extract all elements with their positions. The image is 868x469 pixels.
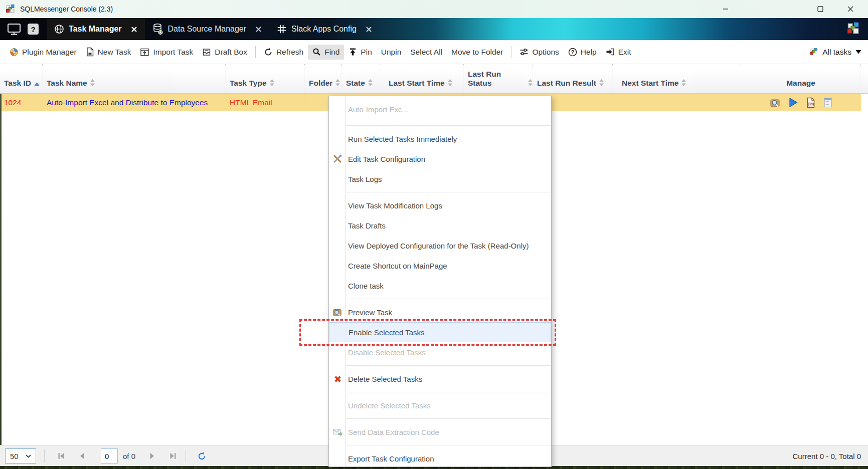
refresh-grid-button[interactable]	[197, 451, 207, 461]
toolbar-label: Help	[581, 48, 597, 57]
last-page-button[interactable]	[168, 451, 178, 460]
toolbar-label: Pin	[361, 48, 372, 57]
menu-item-preview-task[interactable]: Preview Task	[329, 302, 551, 322]
sort-both-icon	[599, 79, 604, 86]
send-mail-icon	[331, 426, 343, 438]
toolbar-label: Unpin	[381, 48, 402, 57]
menu-separator	[345, 445, 551, 445]
import-task-icon	[140, 48, 149, 57]
cell-task-name-link[interactable]: Auto-Import Excel and Distribute to Empl…	[43, 94, 226, 111]
tab-task-manager[interactable]: Task Manager	[47, 18, 145, 40]
column-header-task-id[interactable]: Task ID	[0, 64, 43, 93]
header-filler	[861, 64, 868, 93]
monitor-icon[interactable]	[7, 23, 21, 36]
table-header: Task ID Task Name Task Type Folder State	[0, 64, 868, 94]
menu-separator	[345, 418, 551, 419]
select-all-button[interactable]: Select All	[406, 45, 447, 60]
close-button[interactable]	[839, 0, 862, 18]
tab-slack-apps-config[interactable]: Slack Apps Config	[269, 18, 380, 40]
menu-item-clone-task[interactable]: Clone task	[329, 276, 551, 296]
magnifier-icon	[312, 48, 321, 56]
options-button[interactable]: Options	[515, 45, 563, 60]
sort-both-icon	[448, 79, 452, 86]
exit-button[interactable]: Exit	[601, 45, 636, 60]
page-number-input[interactable]	[101, 448, 118, 463]
cell-task-id: 1024	[0, 94, 43, 111]
context-menu-title: Auto-Import Exc...	[329, 96, 551, 122]
statusbar-separator	[186, 449, 186, 462]
refresh-button[interactable]: Refresh	[259, 45, 308, 60]
column-header-task-name[interactable]: Task Name	[43, 64, 226, 93]
task-details-icon[interactable]	[823, 97, 833, 108]
prev-page-button[interactable]	[78, 451, 87, 460]
next-page-button[interactable]	[147, 451, 156, 460]
close-tab-icon[interactable]	[131, 26, 137, 33]
sort-both-icon	[368, 79, 373, 86]
statusbar-separator	[44, 449, 45, 462]
maximize-button[interactable]	[809, 0, 832, 18]
menu-item-delete-selected-tasks[interactable]: Delete Selected Tasks	[329, 369, 551, 389]
column-header-folder[interactable]: Folder	[305, 64, 342, 93]
minimize-button[interactable]	[714, 0, 737, 18]
menu-item-task-logs[interactable]: Task Logs	[329, 169, 551, 189]
toolbar-label: Select All	[410, 48, 442, 57]
menu-item-run-selected-tasks[interactable]: Run Selected Tasks Immediately	[329, 129, 551, 149]
page-size-select[interactable]: 50	[5, 448, 36, 463]
new-task-button[interactable]: New Task	[81, 44, 136, 60]
sort-asc-icon	[34, 82, 40, 86]
import-task-button[interactable]: Import Task	[135, 45, 198, 60]
preview-task-icon[interactable]	[770, 97, 781, 108]
menu-item-view-deployed-configuration[interactable]: View Deployed Configuration for the Task…	[329, 236, 551, 256]
toolbar: Plugin Manager New Task Imp	[0, 40, 868, 64]
draft-box-button[interactable]: Draft Box	[198, 45, 252, 60]
plugin-icon	[10, 48, 19, 57]
menu-item-create-shortcut[interactable]: Create Shortcut on MainPage	[329, 256, 551, 276]
column-header-last-start-time[interactable]: Last Start Time	[380, 64, 464, 93]
menu-item-enable-selected-tasks[interactable]: Enable Selected Tasks	[329, 322, 551, 342]
close-tab-icon[interactable]	[255, 26, 262, 33]
column-header-last-run-result[interactable]: Last Run Result	[533, 64, 613, 93]
menu-separator	[345, 392, 551, 392]
sort-both-icon	[335, 79, 340, 86]
column-header-next-start-time[interactable]: Next Start Time	[613, 64, 741, 93]
help-button[interactable]: ? Help	[564, 45, 601, 60]
toolbar-label: New Task	[98, 48, 131, 57]
new-task-icon	[86, 47, 94, 57]
help-icon[interactable]: ?	[28, 24, 39, 35]
close-tab-icon[interactable]	[366, 26, 372, 33]
context-menu: Auto-Import Exc... Run Selected Tasks Im…	[328, 96, 552, 467]
column-header-state[interactable]: State	[342, 64, 380, 93]
pin-button[interactable]: Pin	[344, 45, 376, 60]
column-header-last-run-status[interactable]: Last Run Status	[464, 64, 533, 93]
column-header-task-type[interactable]: Task Type	[226, 64, 305, 93]
run-task-icon[interactable]	[788, 97, 798, 108]
toolbar-label: Plugin Manager	[22, 48, 77, 57]
help-circle-icon: ?	[568, 48, 577, 57]
chevron-down-icon	[26, 454, 31, 458]
menu-item-task-drafts[interactable]: Task Drafts	[329, 215, 551, 236]
toolbar-label: Move to Folder	[451, 48, 503, 57]
toolbar-label: Draft Box	[215, 48, 247, 57]
window-title: SQLMessenger Console (2.3)	[20, 5, 113, 13]
task-log-icon[interactable]: LOG	[805, 97, 816, 108]
move-to-folder-button[interactable]: Move to Folder	[447, 45, 507, 60]
menu-item-export-task-configuration[interactable]: Export Task Configuration	[329, 448, 551, 467]
tab-data-source-manager[interactable]: Data Source Manager	[145, 18, 270, 40]
unpin-button[interactable]: Unpin	[377, 45, 406, 60]
toolbar-label: Find	[324, 48, 339, 57]
slack-grid-icon	[277, 24, 287, 34]
app-logo-icon	[6, 4, 16, 14]
first-page-button[interactable]	[57, 451, 66, 460]
menu-item-view-task-modification-logs[interactable]: View Task Modification Logs	[329, 195, 551, 215]
sort-both-icon	[270, 79, 274, 86]
menu-item-edit-task-configuration[interactable]: Edit Task Configuration	[329, 149, 551, 169]
all-tasks-filter[interactable]: All tasks	[810, 48, 861, 57]
tab-label: Task Manager	[69, 25, 122, 34]
toolbar-label: Exit	[618, 48, 631, 57]
exit-icon	[606, 48, 615, 56]
cell-manage: LOG	[741, 94, 861, 111]
sliders-icon	[519, 48, 529, 56]
sort-both-icon	[528, 79, 533, 86]
plugin-manager-button[interactable]: Plugin Manager	[5, 45, 81, 60]
find-button[interactable]: Find	[308, 45, 344, 60]
